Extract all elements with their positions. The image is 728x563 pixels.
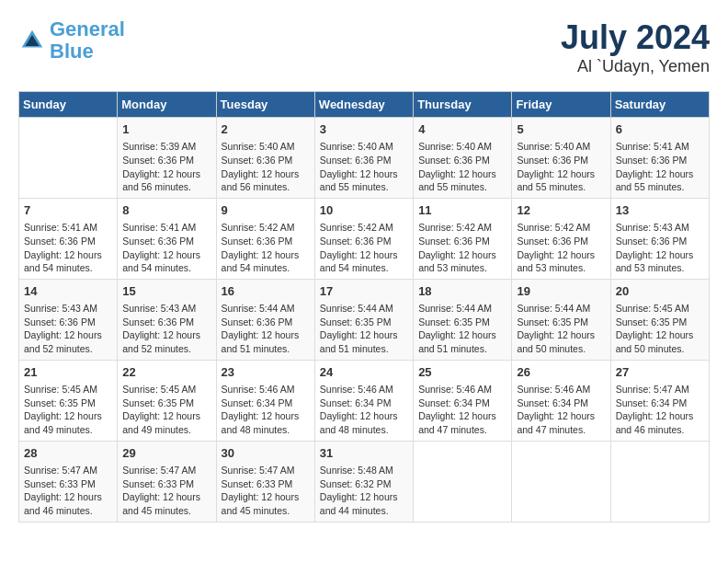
- calendar-cell: 24Sunrise: 5:46 AMSunset: 6:34 PMDayligh…: [314, 360, 413, 441]
- page-header: General Blue July 2024 Al `Udayn, Yemen: [18, 18, 710, 76]
- weekday-header-monday: Monday: [118, 92, 216, 118]
- day-number: 29: [122, 445, 210, 462]
- calendar-cell: 23Sunrise: 5:46 AMSunset: 6:34 PMDayligh…: [216, 360, 314, 441]
- day-number: 13: [616, 202, 704, 219]
- day-info: Sunrise: 5:40 AMSunset: 6:36 PMDaylight:…: [222, 140, 310, 194]
- logo-text: General Blue: [50, 18, 125, 63]
- day-info: Sunrise: 5:47 AMSunset: 6:33 PMDaylight:…: [122, 464, 210, 518]
- week-row-4: 21Sunrise: 5:45 AMSunset: 6:35 PMDayligh…: [19, 360, 710, 441]
- calendar-cell: [512, 441, 610, 522]
- calendar-table: SundayMondayTuesdayWednesdayThursdayFrid…: [18, 91, 710, 523]
- day-number: 23: [222, 364, 310, 381]
- day-info: Sunrise: 5:45 AMSunset: 6:35 PMDaylight:…: [24, 383, 112, 437]
- calendar-cell: 27Sunrise: 5:47 AMSunset: 6:34 PMDayligh…: [610, 360, 709, 441]
- day-number: 15: [122, 283, 210, 300]
- day-info: Sunrise: 5:41 AMSunset: 6:36 PMDaylight:…: [122, 221, 210, 275]
- day-number: 4: [418, 121, 506, 138]
- day-number: 28: [24, 445, 112, 462]
- day-number: 20: [616, 283, 704, 300]
- day-number: 9: [222, 202, 310, 219]
- day-number: 16: [222, 283, 310, 300]
- day-number: 3: [320, 121, 408, 138]
- week-row-5: 28Sunrise: 5:47 AMSunset: 6:33 PMDayligh…: [19, 441, 710, 522]
- calendar-cell: 6Sunrise: 5:41 AMSunset: 6:36 PMDaylight…: [610, 118, 709, 199]
- calendar-cell: 19Sunrise: 5:44 AMSunset: 6:35 PMDayligh…: [512, 279, 610, 360]
- day-number: 2: [222, 121, 310, 138]
- title-block: July 2024 Al `Udayn, Yemen: [561, 18, 710, 76]
- day-number: 14: [24, 283, 112, 300]
- day-info: Sunrise: 5:41 AMSunset: 6:36 PMDaylight:…: [616, 140, 704, 194]
- calendar-cell: 5Sunrise: 5:40 AMSunset: 6:36 PMDaylight…: [512, 118, 610, 199]
- day-info: Sunrise: 5:48 AMSunset: 6:32 PMDaylight:…: [320, 464, 408, 518]
- day-number: 10: [320, 202, 408, 219]
- logo-general: General: [50, 17, 125, 40]
- logo-blue: Blue: [50, 40, 94, 63]
- day-number: 26: [517, 364, 605, 381]
- calendar-cell: [610, 441, 709, 522]
- calendar-cell: 10Sunrise: 5:42 AMSunset: 6:36 PMDayligh…: [314, 198, 413, 279]
- day-number: 25: [418, 364, 506, 381]
- day-number: 11: [418, 202, 506, 219]
- calendar-cell: 31Sunrise: 5:48 AMSunset: 6:32 PMDayligh…: [314, 441, 413, 522]
- calendar-title: July 2024: [561, 18, 710, 57]
- day-info: Sunrise: 5:45 AMSunset: 6:35 PMDaylight:…: [616, 302, 704, 356]
- calendar-cell: 28Sunrise: 5:47 AMSunset: 6:33 PMDayligh…: [19, 441, 118, 522]
- day-number: 19: [517, 283, 605, 300]
- day-info: Sunrise: 5:44 AMSunset: 6:35 PMDaylight:…: [320, 302, 408, 356]
- day-info: Sunrise: 5:47 AMSunset: 6:33 PMDaylight:…: [222, 464, 310, 518]
- calendar-cell: 29Sunrise: 5:47 AMSunset: 6:33 PMDayligh…: [118, 441, 216, 522]
- day-info: Sunrise: 5:44 AMSunset: 6:35 PMDaylight:…: [517, 302, 605, 356]
- calendar-cell: 14Sunrise: 5:43 AMSunset: 6:36 PMDayligh…: [19, 279, 118, 360]
- day-info: Sunrise: 5:42 AMSunset: 6:36 PMDaylight:…: [222, 221, 310, 275]
- day-info: Sunrise: 5:42 AMSunset: 6:36 PMDaylight:…: [418, 221, 506, 275]
- calendar-cell: 11Sunrise: 5:42 AMSunset: 6:36 PMDayligh…: [414, 198, 512, 279]
- calendar-cell: 12Sunrise: 5:42 AMSunset: 6:36 PMDayligh…: [512, 198, 610, 279]
- day-number: 7: [24, 202, 112, 219]
- day-info: Sunrise: 5:43 AMSunset: 6:36 PMDaylight:…: [122, 302, 210, 356]
- day-info: Sunrise: 5:41 AMSunset: 6:36 PMDaylight:…: [24, 221, 112, 275]
- calendar-cell: 8Sunrise: 5:41 AMSunset: 6:36 PMDaylight…: [118, 198, 216, 279]
- day-number: 30: [222, 445, 310, 462]
- day-number: 22: [122, 364, 210, 381]
- logo: General Blue: [18, 18, 125, 63]
- calendar-cell: 15Sunrise: 5:43 AMSunset: 6:36 PMDayligh…: [118, 279, 216, 360]
- weekday-header-thursday: Thursday: [414, 92, 512, 118]
- calendar-cell: 4Sunrise: 5:40 AMSunset: 6:36 PMDaylight…: [414, 118, 512, 199]
- day-info: Sunrise: 5:46 AMSunset: 6:34 PMDaylight:…: [222, 383, 310, 437]
- calendar-cell: 20Sunrise: 5:45 AMSunset: 6:35 PMDayligh…: [610, 279, 709, 360]
- day-number: 12: [517, 202, 605, 219]
- day-info: Sunrise: 5:44 AMSunset: 6:36 PMDaylight:…: [222, 302, 310, 356]
- weekday-header-tuesday: Tuesday: [216, 92, 314, 118]
- calendar-cell: 21Sunrise: 5:45 AMSunset: 6:35 PMDayligh…: [19, 360, 118, 441]
- calendar-cell: 18Sunrise: 5:44 AMSunset: 6:35 PMDayligh…: [414, 279, 512, 360]
- weekday-header-saturday: Saturday: [610, 92, 709, 118]
- day-info: Sunrise: 5:40 AMSunset: 6:36 PMDaylight:…: [320, 140, 408, 194]
- calendar-cell: 25Sunrise: 5:46 AMSunset: 6:34 PMDayligh…: [414, 360, 512, 441]
- day-info: Sunrise: 5:47 AMSunset: 6:33 PMDaylight:…: [24, 464, 112, 518]
- calendar-cell: 16Sunrise: 5:44 AMSunset: 6:36 PMDayligh…: [216, 279, 314, 360]
- calendar-cell: 17Sunrise: 5:44 AMSunset: 6:35 PMDayligh…: [314, 279, 413, 360]
- day-info: Sunrise: 5:40 AMSunset: 6:36 PMDaylight:…: [517, 140, 605, 194]
- day-number: 5: [517, 121, 605, 138]
- calendar-cell: 26Sunrise: 5:46 AMSunset: 6:34 PMDayligh…: [512, 360, 610, 441]
- weekday-header-sunday: Sunday: [19, 92, 118, 118]
- day-info: Sunrise: 5:43 AMSunset: 6:36 PMDaylight:…: [24, 302, 112, 356]
- day-info: Sunrise: 5:40 AMSunset: 6:36 PMDaylight:…: [418, 140, 506, 194]
- calendar-cell: 2Sunrise: 5:40 AMSunset: 6:36 PMDaylight…: [216, 118, 314, 199]
- day-info: Sunrise: 5:42 AMSunset: 6:36 PMDaylight:…: [320, 221, 408, 275]
- day-info: Sunrise: 5:45 AMSunset: 6:35 PMDaylight:…: [122, 383, 210, 437]
- weekday-header-wednesday: Wednesday: [314, 92, 413, 118]
- week-row-2: 7Sunrise: 5:41 AMSunset: 6:36 PMDaylight…: [19, 198, 710, 279]
- day-info: Sunrise: 5:44 AMSunset: 6:35 PMDaylight:…: [418, 302, 506, 356]
- calendar-cell: 3Sunrise: 5:40 AMSunset: 6:36 PMDaylight…: [314, 118, 413, 199]
- calendar-cell: [19, 118, 118, 199]
- day-info: Sunrise: 5:43 AMSunset: 6:36 PMDaylight:…: [616, 221, 704, 275]
- day-info: Sunrise: 5:39 AMSunset: 6:36 PMDaylight:…: [122, 140, 210, 194]
- day-number: 1: [122, 121, 210, 138]
- day-number: 17: [320, 283, 408, 300]
- day-number: 21: [24, 364, 112, 381]
- calendar-cell: 22Sunrise: 5:45 AMSunset: 6:35 PMDayligh…: [118, 360, 216, 441]
- week-row-3: 14Sunrise: 5:43 AMSunset: 6:36 PMDayligh…: [19, 279, 710, 360]
- weekday-header-row: SundayMondayTuesdayWednesdayThursdayFrid…: [19, 92, 710, 118]
- week-row-1: 1Sunrise: 5:39 AMSunset: 6:36 PMDaylight…: [19, 118, 710, 199]
